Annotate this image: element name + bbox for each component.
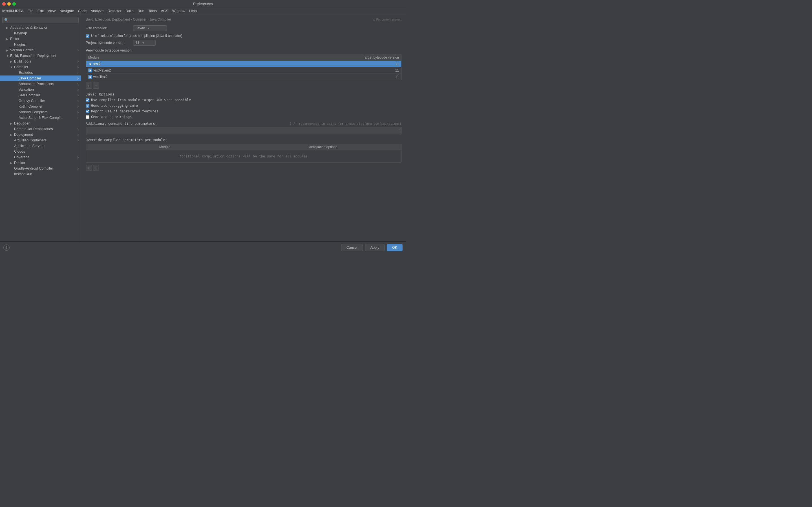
search-box[interactable]: 🔍 [2,17,79,23]
cmdline-input[interactable] [86,127,402,134]
menu-edit[interactable]: Edit [38,9,44,13]
javac-checkbox-1[interactable] [86,104,89,108]
sidebar-item-app-servers[interactable]: ▶ Application Servers [0,143,81,149]
sync-icon: ⊙ [77,128,79,131]
menu-tools[interactable]: Tools [148,9,157,13]
arrow-icon: ▶ [6,38,10,41]
arrow-icon: ▼ [6,54,10,57]
menu-code[interactable]: Code [78,9,87,13]
menu-view[interactable]: View [48,9,56,13]
table-row[interactable]: ▣ test2 11 [86,61,401,67]
sidebar-item-rmi-compiler[interactable]: ▶ RMI Compiler ⊙ [0,93,81,98]
javac-label-0: Use compiler from module target JDK when… [91,98,191,102]
cancel-button[interactable]: Cancel [341,244,363,251]
maximize-button[interactable] [12,2,16,6]
remove-module-button[interactable]: − [93,82,99,89]
module-table-buttons: + − [86,82,402,89]
arrow-icon: ▶ [10,161,14,165]
sidebar-item-arquillian[interactable]: ▶ Arquillian Containers ⊙ [0,137,81,143]
menu-help[interactable]: Help [189,9,197,13]
chevron-down-icon: ▼ [147,27,150,30]
main-content: Build, Execution, Deployment › Compiler … [81,14,406,241]
javac-label-1: Generate debugging info [91,104,138,108]
sidebar-item-kotlin-compiler[interactable]: ▶ Kotlin Compiler ⊙ [0,104,81,109]
table-row[interactable]: ▣ webTest2 11 [86,74,401,80]
sync-icon: ⊙ [77,105,79,108]
menu-navigate[interactable]: Navigate [59,9,74,13]
sidebar-item-actionscript[interactable]: ▶ ActionScript & Flex Compil... ⊙ [0,115,81,121]
javac-checkbox-2[interactable] [86,110,89,113]
sidebar-item-compiler[interactable]: ▼ Compiler ⊙ [0,64,81,70]
menu-window[interactable]: Window [172,9,185,13]
module-cell: ▣ testMaven2 [86,67,350,73]
sidebar-item-coverage[interactable]: ▶ Coverage ⊙ [0,154,81,160]
for-project-label: ⊙ For current project [373,18,402,21]
sync-icon: ⊙ [77,60,79,63]
sidebar-item-groovy-compiler[interactable]: ▶ Groovy Compiler ⊙ [0,98,81,104]
sync-icon: ⊙ [77,94,79,97]
add-module-button[interactable]: + [86,82,92,89]
sidebar-item-plugins[interactable]: ▶ Plugins [0,42,81,47]
arrow-icon: ▶ [10,133,14,136]
sync-icon: ⊙ [77,82,79,86]
sidebar-item-remote-jar[interactable]: ▶ Remote Jar Repositories ⊙ [0,126,81,132]
override-col-module: Module [86,144,244,150]
javac-checkbox-3[interactable] [86,115,89,119]
apply-button[interactable]: Apply [365,244,385,251]
version-cell: 11 [350,74,401,80]
sidebar-item-deployment[interactable]: ▶ Deployment ⊙ [0,132,81,137]
sidebar-item-excludes[interactable]: ▶ Excludes ⊙ [0,70,81,75]
menu-file[interactable]: File [28,9,34,13]
search-icon: 🔍 [4,18,8,22]
menu-vcs[interactable]: VCS [161,9,168,13]
sidebar-item-docker[interactable]: ▶ Docker [0,160,81,166]
sync-icon: ⊙ [77,100,79,103]
compiler-select[interactable]: Javac ▼ [133,25,167,31]
sidebar-item-instant-run[interactable]: ▶ Instant Run [0,171,81,177]
search-input[interactable] [10,18,77,22]
sidebar-item-annotation-processors[interactable]: ▶ Annotation Processors ⊙ [0,81,81,87]
sidebar-item-build-tools[interactable]: ▶ Build Tools ⊙ [0,59,81,64]
sync-icon: ⊙ [77,167,79,170]
table-row[interactable]: ▣ testMaven2 11 [86,67,401,74]
menu-refactor[interactable]: Refactor [108,9,121,13]
sync-icon: ⊙ [77,77,79,80]
sidebar-item-validation[interactable]: ▶ Validation ⊙ [0,87,81,93]
sidebar-item-java-compiler[interactable]: ▶ Java Compiler ⊙ [0,75,81,81]
traffic-lights[interactable] [2,2,16,6]
close-button[interactable] [2,2,6,6]
override-empty-message: Additional compilation options will be t… [86,151,401,162]
col-version: Target bytecode version [350,54,401,61]
remove-override-button[interactable]: − [93,165,99,171]
arrow-icon: ▶ [6,49,10,52]
use-compiler-row: Use compiler: Javac ▼ [86,25,402,31]
arrow-icon: ▼ [10,66,14,69]
minimize-button[interactable] [7,2,11,6]
sidebar-item-gradle-android[interactable]: ▶ Gradle-Android Compiler ⊙ [0,166,81,171]
ok-button[interactable]: OK [387,244,403,251]
titlebar: Preferences [0,0,406,8]
menu-analyze[interactable]: Analyze [91,9,104,13]
sidebar: 🔍 ▶ Appearance & Behavior ▶ Keymap ▶ Edi… [0,14,81,241]
sidebar-item-clouds[interactable]: ▶ Clouds [0,149,81,154]
javac-checkbox-0[interactable] [86,98,89,102]
javac-label-2: Report use of deprecated features [91,109,158,113]
add-override-button[interactable]: + [86,165,92,171]
sidebar-item-android-compilers[interactable]: ▶ Android Compilers ⊙ [0,109,81,115]
sidebar-item-appearance[interactable]: ▶ Appearance & Behavior [0,25,81,31]
use-compiler-label: Use compiler: [86,26,131,30]
cmdline-input-container: ⤡ [86,127,402,134]
sidebar-item-keymap[interactable]: ▶ Keymap [0,31,81,36]
sidebar-item-build-exec[interactable]: ▼ Build, Execution, Deployment [0,53,81,59]
help-button[interactable]: ? [3,244,10,251]
expand-icon[interactable]: ⤡ [398,128,400,131]
bytecode-version-select[interactable]: 11 ▼ [133,40,156,46]
cross-compile-checkbox[interactable] [86,34,89,38]
sidebar-item-version-control[interactable]: ▶ Version Control ⊙ [0,47,81,53]
sidebar-item-debugger[interactable]: ▶ Debugger [0,121,81,126]
menu-build[interactable]: Build [125,9,134,13]
module-cell: ▣ test2 [86,61,350,67]
menu-run[interactable]: Run [138,9,144,13]
sidebar-item-editor[interactable]: ▶ Editor [0,36,81,42]
menubar: IntelliJ IDEA File Edit View Navigate Co… [0,8,406,14]
